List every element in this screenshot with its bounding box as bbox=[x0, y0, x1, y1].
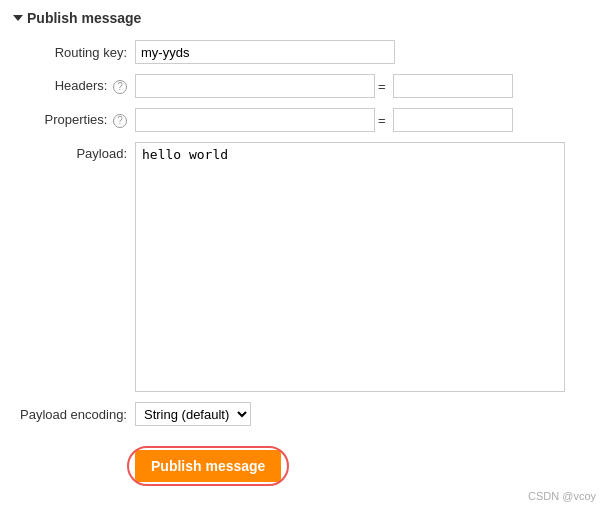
routing-key-row: Routing key: bbox=[15, 40, 591, 64]
routing-key-input[interactable] bbox=[135, 40, 395, 64]
publish-message-button[interactable]: Publish message bbox=[135, 450, 281, 482]
payload-row: Payload: hello world bbox=[15, 142, 591, 392]
payload-encoding-row: Payload encoding: String (default) Base6… bbox=[15, 402, 591, 426]
properties-val-input[interactable] bbox=[393, 108, 513, 132]
headers-equals: = bbox=[378, 79, 386, 94]
routing-key-label: Routing key: bbox=[15, 45, 135, 60]
properties-key-input[interactable] bbox=[135, 108, 375, 132]
properties-help-icon[interactable]: ? bbox=[113, 114, 127, 128]
payload-encoding-select[interactable]: String (default) Base64 bbox=[135, 402, 251, 426]
headers-label: Headers: ? bbox=[15, 78, 135, 94]
payload-textarea[interactable]: hello world bbox=[135, 142, 565, 392]
payload-encoding-label: Payload encoding: bbox=[15, 407, 135, 422]
section-header: Publish message bbox=[15, 10, 591, 26]
properties-label: Properties: ? bbox=[15, 112, 135, 128]
headers-val-input[interactable] bbox=[393, 74, 513, 98]
headers-key-input[interactable] bbox=[135, 74, 375, 98]
watermark: CSDN @vcoy bbox=[528, 490, 596, 502]
properties-equals: = bbox=[378, 113, 386, 128]
collapse-icon[interactable] bbox=[13, 15, 23, 21]
properties-row: Properties: ? = bbox=[15, 108, 591, 132]
headers-row: Headers: ? = bbox=[15, 74, 591, 98]
payload-label: Payload: bbox=[15, 142, 135, 161]
publish-button-row: Publish message bbox=[15, 436, 591, 482]
headers-help-icon[interactable]: ? bbox=[113, 80, 127, 94]
section-title: Publish message bbox=[27, 10, 141, 26]
